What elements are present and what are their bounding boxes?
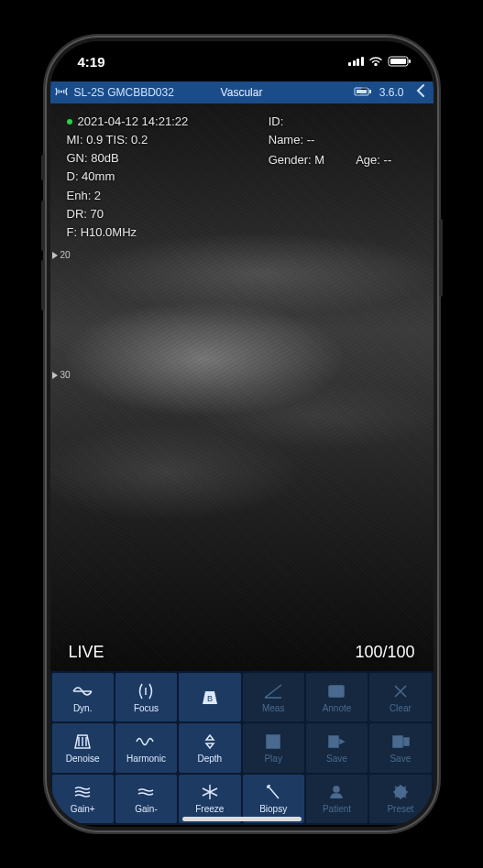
denoise-button[interactable]: Denoise [52,723,114,772]
save-cine-label: Save [390,754,411,764]
gain-minus-button[interactable]: Gain- [115,775,177,823]
meas-label: Meas [262,703,284,713]
depth-label: Depth [197,754,222,764]
gain-plus-button[interactable]: Gain+ [52,775,114,823]
signal-icon [54,85,69,101]
patient-name-value: -- [307,133,315,146]
annote-label: Annote [323,703,352,713]
battery-icon [388,56,412,67]
patient-age-label: Age: [356,153,380,167]
depth-button[interactable]: Depth [179,723,240,772]
patient-overlay: ID: Name: -- Gender: M Age: -- [269,113,392,169]
patient-button[interactable]: Patient [306,775,368,823]
preset-icon [390,783,412,801]
annote-button[interactable]: Annote [306,673,368,722]
notch [155,41,329,69]
play-button[interactable]: Play [243,723,304,772]
patient-age-value: -- [384,153,392,167]
bmode-button[interactable]: B [179,673,240,722]
bmode-icon: B [199,689,221,707]
wifi-icon [368,56,383,67]
harmonic-label: Harmonic [126,754,166,764]
gain-minus-icon [135,783,157,801]
biopsy-label: Biopsy [259,804,287,814]
scan-mode: LIVE [69,643,104,662]
save-cine-icon [390,732,412,751]
freeze-label: Freeze [195,804,224,814]
harmonic-icon [135,732,157,751]
svg-rect-8 [329,686,344,697]
phone-frame: 4:19 SL-2S GMCBBD032 Vascular [45,36,439,832]
ruler-tick-icon [52,372,58,379]
svg-rect-1 [390,59,406,64]
biopsy-button[interactable]: Biopsy [243,775,304,823]
focus-label: Focus [134,703,159,713]
svg-point-3 [60,90,61,92]
control-panel: Dyn. Focus B Meas Annote Clear [50,671,434,825]
scan-timestamp: 2021-04-12 14:21:22 [78,113,189,131]
save-image-button[interactable]: Save [306,723,368,772]
app-version: 3.6.0 [379,86,404,99]
svg-text:B: B [207,694,213,703]
focus-button[interactable]: Focus [115,673,177,722]
svg-rect-5 [369,90,371,93]
dyn-label: Dyn. [73,703,93,713]
annote-icon [325,682,347,700]
patient-gender-label: Gender: [269,153,312,167]
param-dr: DR: 70 [67,205,189,223]
save-image-label: Save [326,754,347,764]
denoise-icon [71,732,93,751]
svg-rect-6 [357,90,367,93]
param-mi-tis: MI: 0.9 TIS: 0.2 [67,131,189,149]
power-button [439,219,443,297]
ruler-tick-icon [52,252,58,259]
focus-icon [135,682,157,700]
app-header: SL-2S GMCBBD032 Vascular 3.6.0 [50,81,434,103]
clear-icon [390,682,412,700]
dyn-button[interactable]: Dyn. [52,673,114,722]
freeze-icon [199,783,221,801]
gain-plus-icon [71,783,93,801]
meas-button[interactable]: Meas [243,673,304,722]
param-depth: D: 40mm [67,168,189,186]
play-label: Play [264,754,281,764]
volume-up-button [41,201,45,251]
status-time: 4:19 [78,54,105,70]
live-dot-icon [67,119,72,125]
ultrasound-view[interactable]: 2021-04-12 14:21:22 MI: 0.9 TIS: 0.2 GN:… [50,103,434,671]
preset-label[interactable]: Vascular [221,86,263,99]
patient-label: Patient [323,804,351,814]
mute-switch [41,155,45,180]
phone-screen: 4:19 SL-2S GMCBBD032 Vascular [50,41,434,827]
depth-ruler: 20 30 [52,250,71,490]
preset-button[interactable]: Preset [369,775,431,823]
ruler-30: 30 [60,370,71,380]
back-button[interactable] [412,83,430,103]
denoise-label: Denoise [66,754,100,764]
frame-counter: 100/100 [355,643,414,662]
patient-id-label: ID: [269,114,284,128]
param-enhance: Enh: 2 [67,187,189,205]
save-image-icon [325,732,347,751]
freeze-button[interactable]: Freeze [179,775,240,823]
meas-icon [262,682,284,700]
svg-point-12 [399,790,402,794]
biopsy-icon [262,783,284,801]
patient-name-label: Name: [269,133,303,146]
preset-label: Preset [387,804,413,814]
play-icon [262,732,284,751]
patient-gender-value: M [314,153,324,167]
clear-button[interactable]: Clear [369,673,431,722]
gain-minus-label: Gain- [135,804,157,814]
dyn-icon [71,682,93,700]
patient-icon [325,783,347,801]
gain-plus-label: Gain+ [71,804,95,814]
home-indicator[interactable] [182,817,302,821]
scan-status-bar: LIVE 100/100 [50,643,434,662]
scan-params-overlay: 2021-04-12 14:21:22 MI: 0.9 TIS: 0.2 GN:… [67,113,189,242]
probe-id: SL-2S GMCBBD032 [74,86,174,99]
svg-point-10 [334,787,339,792]
status-right [348,56,412,67]
harmonic-button[interactable]: Harmonic [115,723,177,772]
save-cine-button[interactable]: Save [369,723,431,772]
